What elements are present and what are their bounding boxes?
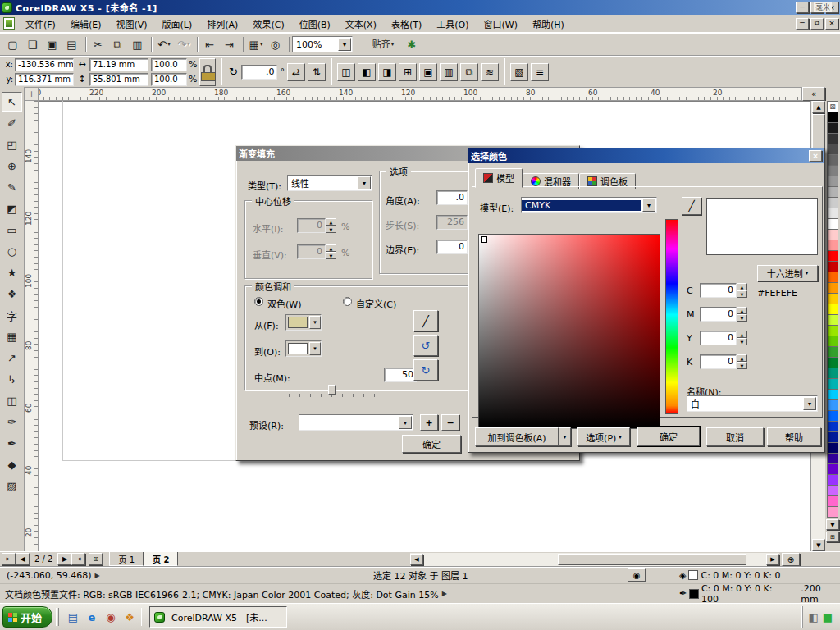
fill-tool[interactable]: ◆	[2, 454, 22, 474]
vertical-ruler[interactable]: 140120100806040200	[25, 101, 39, 551]
horizontal-scrollbar[interactable]: ◀ ▶	[410, 553, 779, 566]
snapshot-button[interactable]: ◉	[628, 568, 646, 582]
direct-path-button[interactable]: ╱	[413, 310, 438, 331]
y-position-field[interactable]: 116.371 mm	[15, 73, 74, 86]
gradient-type-combo[interactable]: 线性 ▾	[287, 175, 372, 191]
cancel-button[interactable]: 取消	[706, 427, 764, 446]
zoom-tool[interactable]: ⊕	[2, 156, 22, 176]
chevron-down-icon[interactable]: ▾	[399, 416, 412, 429]
outline-width-button[interactable]: ≡	[531, 63, 549, 81]
palette-swatch[interactable]	[827, 389, 838, 400]
color-name-combo[interactable]: 白 ▾	[687, 395, 818, 412]
palette-swatch[interactable]	[827, 133, 838, 144]
scroll-right-button[interactable]: ▶	[766, 554, 779, 565]
shape-tool[interactable]: ✐	[2, 113, 22, 133]
flyout-arrow-icon[interactable]: ▶	[92, 572, 103, 579]
task-button-coreldraw[interactable]: CorelDRAW X5 - [未...	[149, 606, 287, 628]
open-button[interactable]: ❑	[23, 35, 43, 53]
ok-button[interactable]: 确定	[402, 435, 461, 453]
options-menu-button[interactable]: 选项(P) ▾	[578, 427, 630, 446]
add-to-palette-dropdown[interactable]: ▾	[559, 427, 571, 446]
menu-item[interactable]: 帮助(H)	[525, 15, 572, 33]
zoom-level-combo[interactable]: 100% ▾	[292, 36, 353, 52]
weld-button[interactable]: ◧	[358, 63, 376, 81]
palette-swatch[interactable]	[827, 346, 838, 358]
no-color-swatch[interactable]: ⊠	[827, 101, 838, 112]
menu-item[interactable]: 视图(V)	[108, 15, 154, 33]
spin-down-icon[interactable]: ▼	[737, 362, 747, 369]
palette-swatch[interactable]	[827, 165, 838, 176]
table-tool[interactable]: ▦	[2, 326, 22, 346]
redo-button[interactable]: ↷▾	[174, 35, 194, 53]
object-width-field[interactable]: 71.19 mm	[89, 58, 148, 71]
blend-tool[interactable]: ◫	[2, 390, 22, 410]
options-button[interactable]: ✱	[402, 35, 422, 53]
menu-item[interactable]: 位图(B)	[292, 15, 338, 33]
scale-y-field[interactable]: 100.0	[151, 73, 187, 86]
crop-tool[interactable]: ◰	[2, 135, 22, 154]
clockwise-path-button[interactable]: ↻	[413, 359, 438, 381]
rotation-angle-field[interactable]: .0	[241, 65, 277, 80]
eyedropper-button[interactable]: ╱	[682, 197, 701, 215]
palette-swatch[interactable]	[827, 229, 838, 240]
add-page-button[interactable]: ⊞	[89, 553, 103, 565]
to-back-button[interactable]: ▥	[440, 63, 458, 81]
menu-item[interactable]: 文本(X)	[338, 15, 384, 33]
toolbar-grip[interactable]	[141, 608, 144, 626]
dialog-tab[interactable]: 模型	[475, 168, 523, 188]
pick-tool[interactable]: ↖	[2, 92, 22, 112]
spin-up-icon[interactable]: ▲	[737, 283, 747, 290]
quick-launch-desktop[interactable]: ▤	[65, 609, 81, 625]
palette-swatch[interactable]	[827, 208, 838, 219]
cut-button[interactable]: ✂	[89, 35, 108, 53]
page-tab[interactable]: 页 2	[144, 552, 178, 566]
new-button[interactable]: ▢	[3, 35, 23, 53]
palette-swatch[interactable]	[827, 282, 838, 294]
spin-down-icon[interactable]: ▼	[737, 290, 747, 298]
menu-item[interactable]: 工具(O)	[429, 15, 476, 33]
paste-button[interactable]: ▥	[128, 35, 148, 53]
counterclockwise-path-button[interactable]: ↺	[413, 335, 438, 356]
next-page-button[interactable]: ▶	[57, 553, 71, 565]
doc-close-button[interactable]: ×	[825, 18, 838, 30]
component-spinner[interactable]: 0 ▲▼	[700, 331, 747, 345]
ok-button[interactable]: 确定	[637, 427, 700, 446]
import-button[interactable]: ⇤	[200, 35, 220, 53]
spin-down-icon[interactable]: ▼	[326, 226, 336, 233]
palette-swatch[interactable]	[827, 495, 838, 507]
palette-swatch[interactable]	[827, 453, 838, 464]
remove-preset-button[interactable]: −	[441, 414, 459, 431]
component-spinner[interactable]: 0 ▲▼	[700, 283, 747, 298]
palette-swatch[interactable]	[827, 410, 838, 422]
chevron-down-icon[interactable]: ▾	[803, 397, 816, 410]
page-tab[interactable]: 页 1	[109, 552, 144, 566]
basic-shapes-tool[interactable]: ❖	[2, 284, 22, 304]
palette-swatch[interactable]	[827, 421, 838, 432]
combine-button[interactable]: ◫	[337, 63, 355, 81]
scroll-left-button[interactable]: ◀	[410, 554, 423, 565]
presets-combo[interactable]: ▾	[299, 414, 413, 431]
add-preset-button[interactable]: +	[420, 414, 438, 431]
palette-swatch[interactable]	[827, 272, 838, 283]
tray-icon-update[interactable]: ◧	[808, 611, 818, 623]
doc-minimize-button[interactable]: ─	[796, 18, 809, 30]
from-color-picker[interactable]: ▾	[285, 314, 322, 331]
color-marker[interactable]	[481, 236, 487, 243]
hue-strip[interactable]	[665, 219, 678, 414]
color-selection-field[interactable]	[478, 234, 660, 429]
palette-swatch[interactable]	[827, 176, 838, 187]
palette-swatch[interactable]	[827, 506, 838, 518]
palette-swatch[interactable]	[827, 122, 838, 134]
scroll-down-button[interactable]: ▼	[812, 539, 825, 551]
group-button[interactable]: ⧉	[460, 63, 478, 81]
menu-item[interactable]: 表格(T)	[384, 15, 429, 33]
outline-pen-tool[interactable]: ✒	[2, 433, 22, 453]
export-button[interactable]: ⇥	[220, 35, 240, 53]
to-front-button[interactable]: ▣	[419, 63, 437, 81]
intersect-button[interactable]: ⊞	[399, 63, 417, 81]
component-spinner[interactable]: 0 ▲▼	[700, 354, 747, 369]
color-model-combo[interactable]: CMYK ▾	[521, 197, 657, 213]
eyedropper-tool[interactable]: ✑	[2, 412, 22, 431]
object-height-field[interactable]: 55.801 mm	[89, 73, 148, 86]
spin-up-icon[interactable]: ▲	[737, 354, 747, 362]
